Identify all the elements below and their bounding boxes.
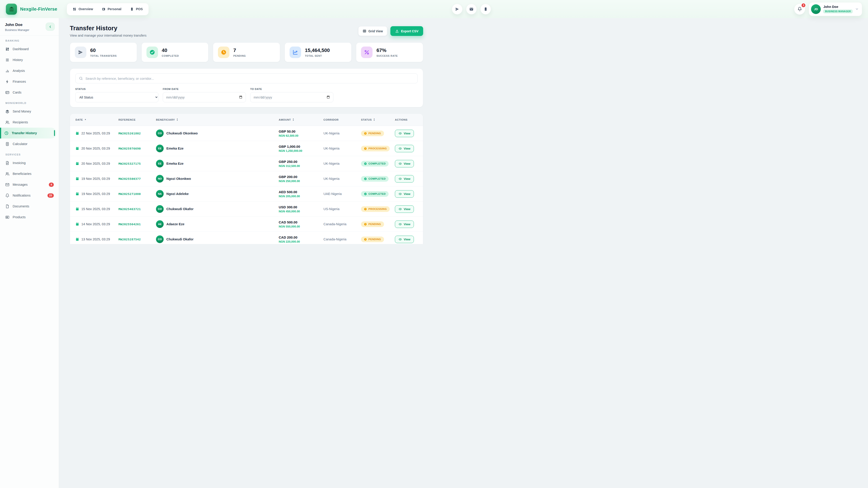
clock-filled-icon <box>364 223 367 226</box>
view-button[interactable]: View <box>395 236 414 243</box>
export-csv-button[interactable]: Export CSV <box>391 26 423 36</box>
column-header-date[interactable]: DATE▼ <box>75 119 119 121</box>
sidebar-item-messages[interactable]: Messages4 <box>0 179 59 190</box>
cell-corridor: Canada-Nigeria <box>323 222 361 226</box>
top-nav-pos[interactable]: POS <box>127 5 146 13</box>
sidebar-item-invoicing[interactable]: Invoicing <box>0 158 59 168</box>
grid-view-button[interactable]: Grid View <box>358 26 387 36</box>
stat-card-success-rate: 67%SUCCESS RATE <box>356 42 423 62</box>
file-text-icon <box>5 161 9 165</box>
sidebar-item-transfer-history[interactable]: Transfer History <box>0 128 57 138</box>
eye-icon <box>399 147 402 150</box>
sidebar-item-label: Recipients <box>13 121 28 124</box>
brand[interactable]: Nexgile-FinVerse <box>6 4 57 15</box>
status-badge: PROCESSING <box>361 146 390 151</box>
bell-icon <box>5 193 9 198</box>
dashboard-icon <box>5 47 9 51</box>
sidebar-section: MONIEWORLDSend MoneyRecipientsTransfer H… <box>0 102 59 149</box>
stat-label: COMPLETED <box>162 55 179 57</box>
cell-beneficiary: Ngozi Okonkwo <box>166 177 191 181</box>
sidebar-user-role: Business Manager <box>5 28 29 32</box>
clock-filled-icon <box>218 46 229 58</box>
sidebar-item-calculator[interactable]: Calculator <box>0 138 59 149</box>
sidebar-item-cards[interactable]: Cards <box>0 87 59 98</box>
bar-chart-icon <box>5 69 9 73</box>
cell-amount-ngn: NGN 205,000.00 <box>279 195 323 198</box>
stat-card-total-transfers: 60TOTAL TRANSFERS <box>70 42 137 62</box>
eye-icon <box>399 132 402 135</box>
stat-card-completed: 40COMPLETED <box>142 42 209 62</box>
clock-filled-icon <box>364 238 367 241</box>
stat-value: 40 <box>162 47 179 53</box>
cell-amount: AED 500.00 <box>279 190 323 194</box>
stat-label: SUCCESS RATE <box>376 55 398 57</box>
to-date-input[interactable] <box>250 92 333 102</box>
table-row: 15 Nov 2025, 03:29MW2025463721COChukwudi… <box>70 201 423 217</box>
sidebar-item-finances[interactable]: Finances <box>0 76 59 87</box>
sidebar-item-dashboard[interactable]: Dashboard <box>0 43 59 55</box>
calendar-icon <box>75 222 79 226</box>
cell-reference: MW2025327175 <box>119 162 156 165</box>
percent-icon <box>361 46 373 58</box>
search-box <box>75 73 418 84</box>
sidebar-item-products[interactable]: Products <box>0 212 59 223</box>
search-icon <box>79 76 83 80</box>
cell-beneficiary: Chukwudi Okonkwo <box>166 131 198 135</box>
sidebar-section: BANKINGDashboardHistoryAnalysisFinancesC… <box>0 39 59 98</box>
sort-both-icon: ▲▼ <box>177 118 178 121</box>
sidebar-section-title: SERVICES <box>5 153 53 156</box>
sort-down-icon: ▼ <box>85 119 87 121</box>
cell-date: 19 Nov 2025, 03:29 <box>81 192 110 196</box>
column-header-amount[interactable]: AMOUNT▲▼ <box>279 118 323 121</box>
sidebar-item-recipients[interactable]: Recipients <box>0 117 59 128</box>
sidebar-item-label: Messages <box>13 183 28 186</box>
status-badge: PROCESSING <box>361 206 390 212</box>
cell-date: 15 Nov 2025, 03:29 <box>81 207 110 211</box>
trend-icon <box>289 46 301 58</box>
beneficiary-avatar: CO <box>156 129 164 137</box>
cell-corridor: UK-Nigeria <box>323 177 361 181</box>
layers-icon <box>5 109 9 113</box>
credit-card-icon <box>5 90 9 95</box>
status-select[interactable]: All Status <box>75 92 158 102</box>
cell-amount: USD 300.00 <box>279 205 323 209</box>
from-date-input[interactable] <box>163 92 246 102</box>
search-input[interactable] <box>86 76 414 80</box>
sidebar-item-history[interactable]: History <box>0 55 59 65</box>
table-row: 20 Nov 2025, 03:29MW2025976690EEEmeka Ez… <box>70 141 423 156</box>
top-nav-overview[interactable]: Overview <box>69 5 96 13</box>
column-header-beneficiary[interactable]: BENEFICIARY▲▼ <box>156 118 279 121</box>
view-button[interactable]: View <box>395 145 414 152</box>
view-button[interactable]: View <box>395 160 414 167</box>
sidebar-item-documents[interactable]: Documents <box>0 201 59 212</box>
eye-icon <box>399 238 402 241</box>
card-icon <box>102 7 105 11</box>
sidebar-item-notifications[interactable]: Notifications23 <box>0 190 59 201</box>
view-button[interactable]: View <box>395 130 414 137</box>
sidebar-badge: 23 <box>48 193 54 198</box>
top-nav-personal[interactable]: Personal <box>98 5 125 13</box>
sidebar-item-analysis[interactable]: Analysis <box>0 65 59 76</box>
top-nav-label: POS <box>136 7 143 11</box>
sort-both-icon: ▲▼ <box>373 118 375 121</box>
download-icon <box>395 29 399 33</box>
cell-date: 20 Nov 2025, 03:29 <box>81 147 110 150</box>
stat-value: 7 <box>233 47 246 53</box>
view-button[interactable]: View <box>395 175 414 183</box>
calendar-icon <box>75 177 79 181</box>
to-date-label: TO DATE <box>250 88 333 90</box>
sidebar-item-beneficiaries[interactable]: Beneficiaries <box>0 168 59 179</box>
column-header-status[interactable]: STATUS▲▼ <box>361 118 395 121</box>
sidebar-item-label: Beneficiaries <box>13 172 31 175</box>
cell-corridor: UK-Nigeria <box>323 147 361 150</box>
beneficiary-avatar: AE <box>156 220 164 228</box>
clock-filled-icon <box>364 147 367 150</box>
view-button[interactable]: View <box>395 205 414 213</box>
cell-reference: MW2025500377 <box>119 177 156 181</box>
sidebar-item-send-money[interactable]: Send Money <box>0 106 59 117</box>
sidebar-collapse-button[interactable] <box>46 23 55 31</box>
view-button[interactable]: View <box>395 221 414 228</box>
beneficiary-avatar: NO <box>156 175 164 183</box>
view-button[interactable]: View <box>395 190 414 198</box>
chevron-left-icon <box>49 25 52 29</box>
